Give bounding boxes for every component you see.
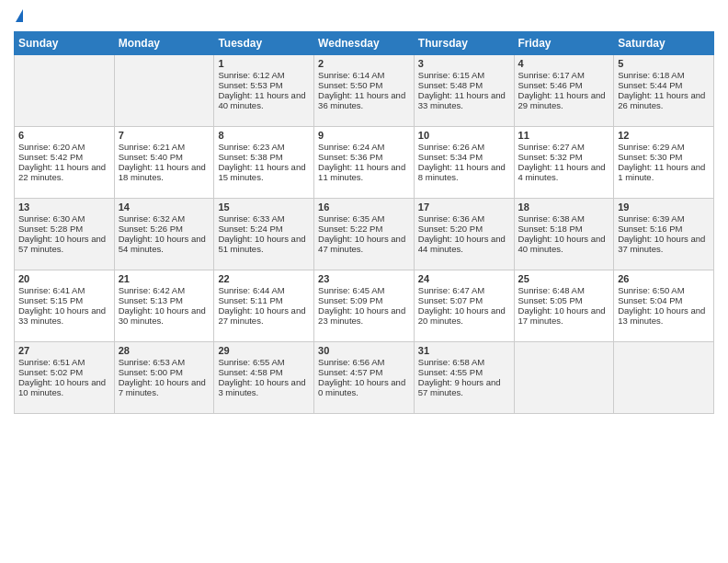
calendar-cell: 19Sunrise: 6:39 AMSunset: 5:16 PMDayligh… (614, 199, 714, 270)
sunrise-text: Sunrise: 6:45 AM (318, 285, 410, 295)
sunrise-text: Sunrise: 6:21 AM (119, 142, 210, 152)
calendar-cell: 6Sunrise: 6:20 AMSunset: 5:42 PMDaylight… (15, 127, 115, 199)
header (14, 9, 714, 24)
day-number: 17 (418, 201, 510, 213)
daylight-text: Daylight: 11 hours and 40 minutes. (218, 90, 310, 110)
daylight-text: Daylight: 10 hours and 13 minutes. (618, 305, 710, 326)
calendar-cell: 3Sunrise: 6:15 AMSunset: 5:48 PMDaylight… (414, 55, 514, 127)
daylight-text: Daylight: 10 hours and 37 minutes. (618, 234, 710, 254)
sunset-text: Sunset: 5:02 PM (18, 367, 110, 377)
calendar-cell (114, 55, 214, 127)
calendar-cell: 15Sunrise: 6:33 AMSunset: 5:24 PMDayligh… (214, 199, 314, 270)
day-number: 29 (218, 345, 310, 356)
daylight-text: Daylight: 10 hours and 33 minutes. (18, 305, 110, 326)
sunrise-text: Sunrise: 6:53 AM (119, 357, 210, 367)
daylight-text: Daylight: 10 hours and 7 minutes. (119, 377, 210, 397)
day-number: 18 (518, 201, 610, 213)
sunrise-text: Sunrise: 6:39 AM (618, 213, 710, 224)
day-number: 13 (18, 201, 110, 213)
weekday-header-friday: Friday (514, 32, 614, 55)
sunset-text: Sunset: 5:53 PM (218, 80, 310, 90)
daylight-text: Daylight: 10 hours and 44 minutes. (418, 234, 510, 254)
calendar-cell: 30Sunrise: 6:56 AMSunset: 4:57 PMDayligh… (314, 342, 415, 414)
sunrise-text: Sunrise: 6:44 AM (218, 285, 310, 295)
sunset-text: Sunset: 5:44 PM (618, 80, 710, 90)
calendar-cell: 25Sunrise: 6:48 AMSunset: 5:05 PMDayligh… (514, 270, 614, 342)
sunrise-text: Sunrise: 6:55 AM (218, 357, 310, 367)
sunrise-text: Sunrise: 6:51 AM (18, 357, 110, 367)
day-number: 6 (18, 130, 110, 141)
day-number: 12 (618, 130, 710, 141)
day-number: 14 (119, 201, 210, 213)
sunrise-text: Sunrise: 6:48 AM (518, 285, 610, 295)
calendar-cell: 13Sunrise: 6:30 AMSunset: 5:28 PMDayligh… (15, 199, 115, 270)
calendar-cell: 12Sunrise: 6:29 AMSunset: 5:30 PMDayligh… (614, 127, 714, 199)
calendar-cell: 16Sunrise: 6:35 AMSunset: 5:22 PMDayligh… (314, 199, 415, 270)
day-number: 16 (318, 201, 410, 213)
sunrise-text: Sunrise: 6:26 AM (418, 142, 510, 152)
sunset-text: Sunset: 5:34 PM (418, 152, 510, 162)
calendar-cell: 31Sunrise: 6:58 AMSunset: 4:55 PMDayligh… (414, 342, 514, 414)
sunrise-text: Sunrise: 6:58 AM (418, 357, 510, 367)
day-number: 9 (318, 130, 410, 141)
calendar-cell: 10Sunrise: 6:26 AMSunset: 5:34 PMDayligh… (414, 127, 514, 199)
calendar-cell: 26Sunrise: 6:50 AMSunset: 5:04 PMDayligh… (614, 270, 714, 342)
daylight-text: Daylight: 10 hours and 23 minutes. (318, 305, 410, 326)
sunset-text: Sunset: 5:20 PM (418, 224, 510, 234)
daylight-text: Daylight: 10 hours and 10 minutes. (18, 377, 110, 397)
daylight-text: Daylight: 11 hours and 33 minutes. (418, 90, 510, 110)
calendar-cell: 11Sunrise: 6:27 AMSunset: 5:32 PMDayligh… (514, 127, 614, 199)
calendar-week-row: 27Sunrise: 6:51 AMSunset: 5:02 PMDayligh… (15, 342, 714, 414)
daylight-text: Daylight: 10 hours and 47 minutes. (318, 234, 410, 254)
sunset-text: Sunset: 5:50 PM (318, 80, 410, 90)
day-number: 10 (418, 130, 510, 141)
sunset-text: Sunset: 5:46 PM (518, 80, 610, 90)
sunset-text: Sunset: 5:18 PM (518, 224, 610, 234)
sunset-text: Sunset: 5:38 PM (218, 152, 310, 162)
sunrise-text: Sunrise: 6:41 AM (18, 285, 110, 295)
page-container: SundayMondayTuesdayWednesdayThursdayFrid… (0, 0, 728, 419)
calendar-cell: 17Sunrise: 6:36 AMSunset: 5:20 PMDayligh… (414, 199, 514, 270)
daylight-text: Daylight: 10 hours and 30 minutes. (119, 305, 210, 326)
weekday-header-monday: Monday (114, 32, 214, 55)
calendar-cell: 24Sunrise: 6:47 AMSunset: 5:07 PMDayligh… (414, 270, 514, 342)
daylight-text: Daylight: 10 hours and 20 minutes. (418, 305, 510, 326)
sunset-text: Sunset: 5:16 PM (618, 224, 710, 234)
daylight-text: Daylight: 10 hours and 27 minutes. (218, 305, 310, 326)
logo (14, 9, 23, 24)
calendar-cell: 22Sunrise: 6:44 AMSunset: 5:11 PMDayligh… (214, 270, 314, 342)
weekday-header-sunday: Sunday (15, 32, 115, 55)
sunrise-text: Sunrise: 6:38 AM (518, 213, 610, 224)
calendar-cell: 14Sunrise: 6:32 AMSunset: 5:26 PMDayligh… (114, 199, 214, 270)
sunset-text: Sunset: 5:05 PM (518, 295, 610, 305)
sunrise-text: Sunrise: 6:32 AM (119, 213, 210, 224)
calendar-cell: 2Sunrise: 6:14 AMSunset: 5:50 PMDaylight… (314, 55, 415, 127)
sunset-text: Sunset: 5:04 PM (618, 295, 710, 305)
day-number: 15 (218, 201, 310, 213)
calendar-week-row: 13Sunrise: 6:30 AMSunset: 5:28 PMDayligh… (15, 199, 714, 270)
calendar-cell: 4Sunrise: 6:17 AMSunset: 5:46 PMDaylight… (514, 55, 614, 127)
sunset-text: Sunset: 4:57 PM (318, 367, 410, 377)
daylight-text: Daylight: 10 hours and 3 minutes. (218, 377, 310, 397)
calendar-week-row: 6Sunrise: 6:20 AMSunset: 5:42 PMDaylight… (15, 127, 714, 199)
sunset-text: Sunset: 5:26 PM (119, 224, 210, 234)
sunset-text: Sunset: 5:28 PM (18, 224, 110, 234)
sunset-text: Sunset: 5:15 PM (18, 295, 110, 305)
weekday-header-saturday: Saturday (614, 32, 714, 55)
sunrise-text: Sunrise: 6:56 AM (318, 357, 410, 367)
calendar-cell: 5Sunrise: 6:18 AMSunset: 5:44 PMDaylight… (614, 55, 714, 127)
sunset-text: Sunset: 5:40 PM (119, 152, 210, 162)
calendar-cell: 8Sunrise: 6:23 AMSunset: 5:38 PMDaylight… (214, 127, 314, 199)
day-number: 27 (18, 345, 110, 356)
weekday-header-thursday: Thursday (414, 32, 514, 55)
sunset-text: Sunset: 5:42 PM (18, 152, 110, 162)
sunset-text: Sunset: 5:36 PM (318, 152, 410, 162)
day-number: 21 (119, 273, 210, 284)
sunset-text: Sunset: 4:55 PM (418, 367, 510, 377)
daylight-text: Daylight: 11 hours and 15 minutes. (218, 162, 310, 182)
daylight-text: Daylight: 10 hours and 40 minutes. (518, 234, 610, 254)
day-number: 26 (618, 273, 710, 284)
weekday-header-wednesday: Wednesday (314, 32, 415, 55)
sunset-text: Sunset: 5:09 PM (318, 295, 410, 305)
calendar-cell: 9Sunrise: 6:24 AMSunset: 5:36 PMDaylight… (314, 127, 415, 199)
